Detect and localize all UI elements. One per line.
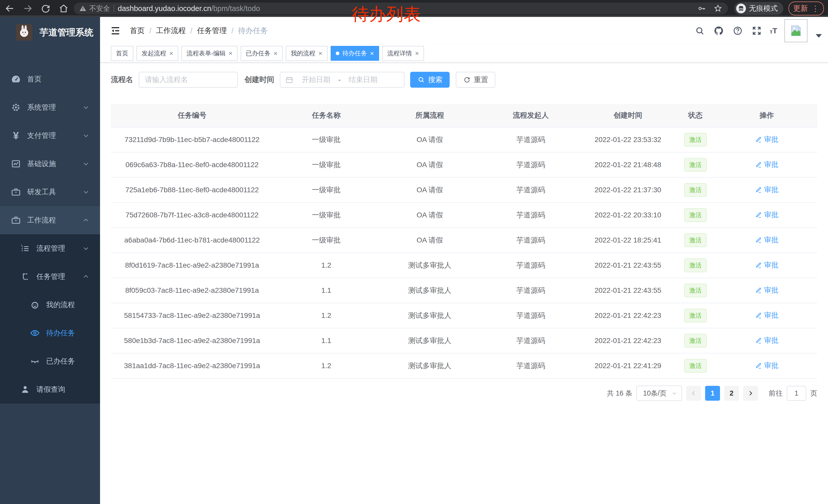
breadcrumb-home[interactable]: 首页 (130, 26, 145, 36)
close-icon[interactable]: × (370, 50, 374, 57)
col-header: 创建时间 (581, 110, 675, 120)
create-time-label: 创建时间 (244, 75, 274, 85)
view-tab[interactable]: 发起流程 × (136, 46, 178, 61)
next-page-button[interactable] (743, 386, 758, 401)
sidebar-item-home[interactable]: 首页 (0, 65, 100, 93)
approve-link[interactable]: 审批 (755, 160, 779, 170)
table-body: 73211d9d-7b9b-11ec-b5b7-acde48001122 一级审… (111, 127, 817, 379)
end-date-input[interactable] (343, 75, 383, 84)
task-table: 任务编号 任务名称 所属流程 流程发起人 创建时间 状态 操作 73211d9d… (111, 104, 817, 379)
security-warning[interactable]: 不安全 (79, 4, 110, 13)
pagination: 共 16 条 10条/页 1 2 前往 页 (607, 385, 817, 402)
process-cell: 测试多审批人 (379, 261, 481, 270)
approve-link[interactable]: 审批 (755, 285, 779, 295)
view-tab[interactable]: 待办任务 × (331, 46, 379, 61)
task-name-cell: 一级审批 (273, 235, 379, 245)
approve-link[interactable]: 审批 (755, 135, 779, 144)
sidebar-item-system[interactable]: 系统管理 (0, 93, 100, 122)
yen-icon: ¥ (10, 130, 22, 141)
sidebar-item-label: 任务管理 (36, 272, 65, 281)
browser-update-button[interactable]: 更新 ⋮ (788, 2, 824, 15)
task-id-cell: 75d72608-7b7f-11ec-a3c8-acde48001122 (111, 211, 273, 219)
sidebar-collapse-icon[interactable] (108, 24, 123, 38)
action-cell: 审批 (716, 185, 817, 195)
password-key-icon[interactable] (697, 4, 706, 13)
approve-link[interactable]: 审批 (755, 335, 779, 345)
back-icon[interactable] (4, 3, 15, 14)
process-cell: 测试多审批人 (379, 311, 481, 320)
view-tab[interactable]: 首页 (111, 46, 133, 61)
reset-button[interactable]: 重置 (456, 72, 495, 88)
sidebar-item-payment[interactable]: ¥ 支付管理 (0, 122, 100, 150)
sidebar-item-devtools[interactable]: 研发工具 (0, 178, 100, 206)
app-logo[interactable]: 芋道管理系统 (0, 17, 100, 48)
sidebar-item-task-mgmt[interactable]: 任务管理 (0, 263, 100, 291)
view-tab[interactable]: 已办任务 × (241, 46, 282, 61)
url-text[interactable]: dashboard.yudao.iocoder.cn/bpm/task/todo (118, 4, 260, 13)
search-icon[interactable] (694, 25, 706, 37)
browser-menu-dots-icon[interactable]: ⋮ (812, 4, 819, 13)
process-cell: 测试多审批人 (379, 286, 481, 295)
status-cell: 激活 (675, 208, 716, 222)
sidebar-item-label: 首页 (27, 74, 42, 84)
approve-link[interactable]: 审批 (755, 185, 779, 194)
approve-link[interactable]: 审批 (755, 210, 779, 220)
approve-link[interactable]: 审批 (755, 235, 779, 245)
breadcrumb-workflow[interactable]: 工作流程 (156, 26, 186, 36)
approve-link[interactable]: 审批 (755, 361, 779, 370)
view-tab[interactable]: 我的流程 × (286, 46, 328, 61)
sidebar-item-process-mgmt[interactable]: 流程管理 (0, 234, 100, 263)
browser-nav-buttons (4, 3, 69, 14)
sidebar-item-my-process[interactable]: 我的流程 (0, 291, 100, 319)
page-button-1[interactable]: 1 (705, 386, 720, 401)
process-name-input[interactable] (139, 72, 238, 88)
annotation-text: 待办列表 (352, 4, 421, 24)
chevron-down-icon (83, 189, 89, 195)
close-icon[interactable]: × (274, 50, 277, 57)
sidebar-item-infra[interactable]: 基础设施 (0, 150, 100, 178)
fullscreen-icon[interactable] (751, 25, 762, 37)
chevron-right-icon (747, 390, 754, 397)
sidebar-item-label: 待办任务 (46, 328, 75, 338)
task-id-cell: 069c6a63-7b8a-11ec-8ef0-acde48001122 (111, 161, 273, 169)
view-tab[interactable]: 流程详情 × (382, 46, 424, 61)
help-icon[interactable] (732, 25, 744, 37)
sidebar-item-todo-tasks[interactable]: 待办任务 (0, 319, 100, 347)
date-range-picker[interactable]: - (280, 72, 405, 88)
start-date-input[interactable] (296, 75, 336, 84)
sidebar-item-workflow[interactable]: 工作流程 (0, 206, 100, 234)
font-size-icon[interactable]: тT (770, 27, 777, 35)
page-size-select[interactable]: 10条/页 (636, 385, 682, 401)
close-icon[interactable]: × (229, 50, 233, 57)
close-icon[interactable]: × (319, 50, 322, 57)
breadcrumb-task-mgmt[interactable]: 任务管理 (197, 26, 227, 36)
created-time-cell: 2022-01-22 21:48:48 (581, 161, 675, 169)
sidebar-item-label: 请假查询 (36, 384, 65, 394)
table-row: 73211d9d-7b9b-11ec-b5b7-acde48001122 一级审… (111, 127, 817, 152)
created-time-cell: 2022-01-22 20:33:10 (581, 211, 675, 219)
forward-icon[interactable] (22, 3, 33, 14)
sidebar-item-leave-query[interactable]: 请假查询 (0, 375, 100, 404)
total-count: 共 16 条 (607, 388, 632, 398)
reload-icon[interactable] (40, 3, 51, 14)
tabs-bar: 首页 发起流程 × 流程表单-编辑 × 已办任务 × 我的流程 × 待办任务 ×… (100, 45, 828, 62)
approve-link[interactable]: 审批 (755, 260, 779, 270)
bookmark-star-icon[interactable] (713, 4, 723, 13)
sidebar-item-label: 工作流程 (27, 215, 56, 225)
home-icon[interactable] (58, 3, 69, 14)
page-button-2[interactable]: 2 (724, 386, 739, 401)
starter-cell: 芋道源码 (480, 210, 581, 220)
close-icon[interactable]: × (169, 50, 173, 57)
avatar[interactable] (784, 19, 808, 42)
view-tab[interactable]: 流程表单-编辑 × (181, 46, 238, 61)
approve-link[interactable]: 审批 (755, 311, 779, 320)
github-icon[interactable] (713, 25, 724, 37)
sidebar-item-done-tasks[interactable]: 已办任务 (0, 347, 100, 375)
prev-page-button[interactable] (686, 386, 701, 401)
starter-cell: 芋道源码 (480, 135, 581, 145)
avatar-dropdown-caret[interactable] (816, 34, 822, 38)
status-cell: 激活 (675, 334, 716, 348)
search-button[interactable]: 搜索 (410, 72, 450, 88)
close-icon[interactable]: × (415, 50, 419, 57)
goto-page-input[interactable] (787, 386, 806, 401)
